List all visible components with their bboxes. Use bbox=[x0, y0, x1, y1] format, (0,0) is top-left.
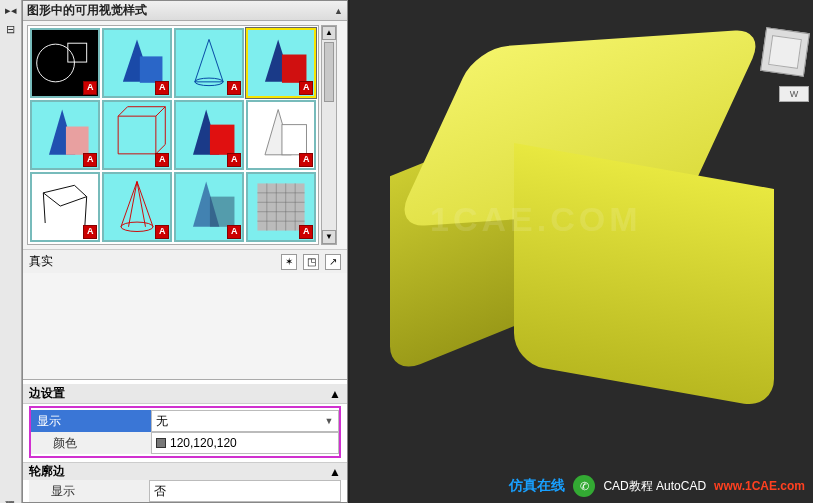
prop-row-outline-show: 显示 否 bbox=[29, 480, 341, 502]
prop-label-show[interactable]: 显示 bbox=[31, 410, 151, 432]
style-thumbnail-grid bbox=[27, 25, 319, 245]
footer-watermark: 仿真在线 ✆ CAD教程 AutoCAD www.1CAE.com bbox=[509, 475, 805, 497]
style-thumb-grid[interactable] bbox=[246, 172, 316, 242]
scroll-up-icon[interactable]: ▲ bbox=[322, 26, 336, 40]
autocad-badge-icon bbox=[227, 153, 241, 167]
outline-show-value-text: 否 bbox=[154, 483, 166, 500]
style-thumb-xray[interactable] bbox=[174, 172, 244, 242]
edge-settings-label: 边设置 bbox=[29, 385, 65, 402]
rendered-box-model bbox=[390, 28, 790, 408]
autocad-badge-icon bbox=[155, 153, 169, 167]
section-arrow-icon: ▲ bbox=[329, 465, 341, 479]
autocad-badge-icon bbox=[299, 81, 313, 95]
outline-edge-header[interactable]: 轮廓边 ▲ bbox=[23, 462, 347, 480]
show-value-text: 无 bbox=[156, 413, 168, 430]
collapse-icon[interactable]: ▸◂ bbox=[5, 4, 17, 17]
prop-label-outline-show[interactable]: 显示 bbox=[29, 480, 149, 502]
svg-marker-4 bbox=[195, 39, 223, 81]
wcs-button[interactable]: W bbox=[779, 86, 809, 102]
outline-edge-label: 轮廓边 bbox=[29, 463, 65, 480]
viewcube[interactable] bbox=[760, 27, 810, 77]
pin-icon[interactable]: ⊟ bbox=[6, 23, 15, 36]
svg-rect-12 bbox=[210, 125, 235, 155]
thumbnail-scrollbar[interactable]: ▲ ▼ bbox=[321, 25, 337, 245]
thumbnail-area: ▲ ▼ bbox=[23, 21, 347, 249]
scroll-down-icon[interactable]: ▼ bbox=[322, 230, 336, 244]
autocad-badge-icon bbox=[155, 81, 169, 95]
autocad-badge-icon bbox=[155, 225, 169, 239]
prop-value-show[interactable]: 无 ▼ bbox=[151, 410, 339, 432]
autocad-badge-icon bbox=[83, 81, 97, 95]
prop-value-color[interactable]: 120,120,120 bbox=[151, 432, 339, 454]
style-thumb-realistic[interactable] bbox=[246, 28, 316, 98]
panel-header: 图形中的可用视觉样式 ▲ bbox=[23, 1, 347, 21]
watermark-brand1: CAD教程 AutoCAD bbox=[603, 478, 706, 495]
svg-rect-18 bbox=[257, 183, 304, 230]
style-thumb-conceptual-1[interactable] bbox=[102, 28, 172, 98]
svg-rect-14 bbox=[282, 125, 307, 155]
autocad-badge-icon bbox=[299, 153, 313, 167]
prop-row-color: 颜色 120,120,120 bbox=[31, 432, 339, 454]
collapse-arrow-icon[interactable]: ▲ bbox=[334, 6, 343, 16]
panel-title: 图形中的可用视觉样式 bbox=[27, 2, 147, 19]
style-thumb-shaded-red[interactable] bbox=[174, 100, 244, 170]
prop-row-show: 显示 无 ▼ bbox=[31, 410, 339, 432]
autocad-badge-icon bbox=[83, 153, 97, 167]
autocad-badge-icon bbox=[299, 225, 313, 239]
current-style-row: 真实 ✶ ◳ ↗ bbox=[23, 249, 347, 273]
style-thumb-wire-cone[interactable] bbox=[102, 172, 172, 242]
watermark-brand2: 仿真在线 bbox=[509, 477, 565, 495]
scroll-thumb[interactable] bbox=[324, 42, 334, 102]
current-style-label: 真实 bbox=[29, 253, 53, 270]
svg-rect-17 bbox=[210, 197, 235, 227]
style-thumb-2d-wireframe[interactable] bbox=[30, 28, 100, 98]
model-viewport[interactable]: W 1CAE.COM bbox=[350, 0, 813, 503]
watermark-brand3: www.1CAE.com bbox=[714, 479, 805, 493]
autocad-badge-icon bbox=[83, 225, 97, 239]
svg-point-15 bbox=[121, 222, 153, 231]
wechat-icon: ✆ bbox=[573, 475, 595, 497]
style-thumb-shaded-1[interactable] bbox=[30, 100, 100, 170]
style-thumb-hidden[interactable] bbox=[174, 28, 244, 98]
annotation-highlight: 显示 无 ▼ 颜色 120,120,120 bbox=[29, 406, 341, 458]
autocad-badge-icon bbox=[227, 225, 241, 239]
left-icon-strip: ▸◂ ⊟ 视觉样式管理器 bbox=[0, 0, 22, 503]
style-thumb-sketch[interactable] bbox=[246, 100, 316, 170]
prop-value-outline-show[interactable]: 否 bbox=[149, 480, 341, 502]
color-swatch-icon bbox=[156, 438, 166, 448]
prop-label-color[interactable]: 颜色 bbox=[31, 432, 151, 454]
dropdown-arrow-icon[interactable]: ▼ bbox=[322, 416, 336, 426]
properties-section: 边设置 ▲ 显示 无 ▼ 颜色 120,120,120 轮廓边 ▲ bbox=[23, 379, 347, 502]
visual-styles-panel: 图形中的可用视觉样式 ▲ bbox=[22, 0, 348, 503]
svg-rect-7 bbox=[282, 55, 307, 83]
svg-rect-3 bbox=[140, 56, 163, 82]
export-style-icon[interactable]: ↗ bbox=[325, 254, 341, 270]
svg-rect-10 bbox=[66, 127, 89, 155]
new-style-icon[interactable]: ✶ bbox=[281, 254, 297, 270]
svg-point-0 bbox=[37, 44, 75, 82]
autocad-badge-icon bbox=[227, 81, 241, 95]
edge-settings-header[interactable]: 边设置 ▲ bbox=[23, 384, 347, 404]
color-value-text: 120,120,120 bbox=[170, 436, 237, 450]
svg-rect-1 bbox=[68, 43, 87, 62]
apply-style-icon[interactable]: ◳ bbox=[303, 254, 319, 270]
style-thumb-wire-3[interactable] bbox=[30, 172, 100, 242]
style-thumb-wire-red[interactable] bbox=[102, 100, 172, 170]
section-arrow-icon: ▲ bbox=[329, 387, 341, 401]
